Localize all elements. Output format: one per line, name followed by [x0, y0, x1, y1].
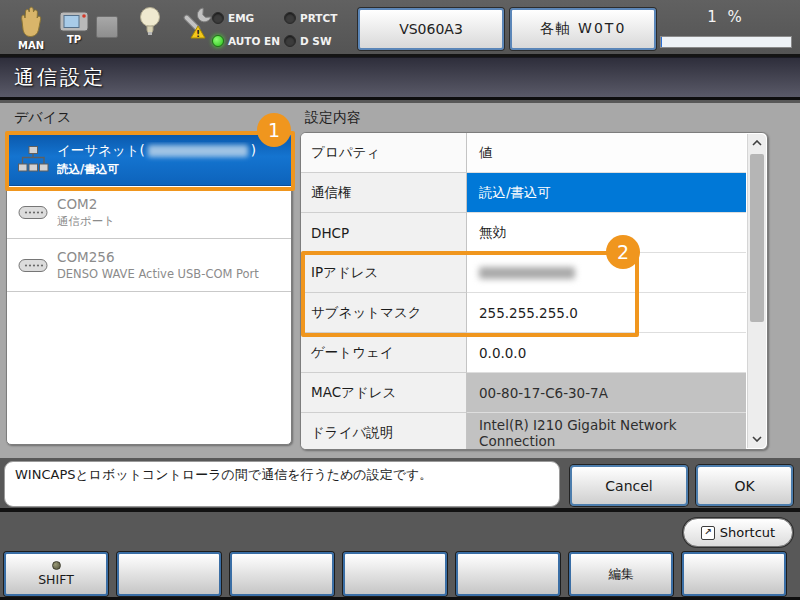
- function-key-5[interactable]: [456, 552, 560, 596]
- scrollbar-thumb[interactable]: [750, 154, 764, 322]
- manual-hand-icon: [14, 5, 48, 45]
- shortcut-window-icon: ↗: [701, 526, 715, 540]
- scroll-up-arrow-icon[interactable]: [748, 134, 766, 152]
- device-item-text: COM2通信ポート: [57, 196, 115, 229]
- shift-led-dot: [52, 561, 61, 570]
- device-item-text: イーサネット()読込/書込可: [57, 142, 256, 177]
- footer-bar: WINCAPSとロボットコントローラの間で通信を行うための設定です。 Cance…: [0, 458, 800, 512]
- function-key-area: ↗ Shortcut SHIFT編集: [0, 512, 800, 600]
- value-cell: [467, 253, 746, 293]
- value-cell: 読込/書込可: [467, 173, 746, 213]
- stop-square-icon[interactable]: [96, 16, 118, 38]
- status-led-prtct: PRTCT: [284, 8, 356, 28]
- status-led-d-sw: D SW: [284, 31, 356, 51]
- page-title: 通信設定: [14, 64, 106, 91]
- ok-button[interactable]: OK: [696, 465, 793, 506]
- table-row[interactable]: IPアドレス: [301, 253, 746, 293]
- device-panel-heading: デバイス: [14, 109, 71, 127]
- manual-mode-button[interactable]: MAN: [14, 5, 48, 51]
- maintenance-wrench-icon: !: [178, 6, 214, 48]
- value-column-header: 値: [467, 133, 746, 173]
- property-cell: サブネットマスク: [301, 293, 467, 333]
- device-item-1[interactable]: イーサネット()読込/書込可: [7, 133, 291, 186]
- device-item-2[interactable]: COM2通信ポート: [7, 186, 291, 239]
- function-key-row: SHIFT編集: [4, 552, 786, 596]
- redacted-ip-text: [148, 145, 248, 157]
- speed-progress-bar: [660, 36, 792, 48]
- lamp-icon: [138, 5, 162, 43]
- device-item-subtitle: DENSO WAVE Active USB-COM Port: [57, 267, 259, 281]
- property-cell: 通信権: [301, 173, 467, 213]
- device-item-subtitle: 読込/書込可: [57, 162, 256, 177]
- function-key-4[interactable]: [343, 552, 447, 596]
- status-led-auto-en: AUTO EN: [212, 31, 284, 51]
- led-dot: [212, 35, 224, 47]
- settings-panel-heading: 設定内容: [305, 109, 361, 127]
- teach-pendant-screen: MAN TP: [0, 0, 800, 600]
- device-item-title: COM2: [57, 196, 115, 212]
- maintenance-button[interactable]: !: [178, 6, 214, 48]
- led-dot: [212, 12, 224, 24]
- scrollbar-track[interactable]: [748, 152, 766, 430]
- value-cell: 255.255.255.0: [467, 293, 746, 333]
- teach-pendant-label: TP: [67, 34, 81, 45]
- redacted-value: [479, 267, 575, 279]
- shortcut-label: Shortcut: [720, 525, 775, 540]
- table-row[interactable]: DHCP無効: [301, 213, 746, 253]
- table-header-row: プロパティ 値: [301, 133, 746, 173]
- description-text: WINCAPSとロボットコントローラの間で通信を行うための設定です。: [4, 461, 560, 507]
- function-key-label: SHIFT: [38, 572, 74, 587]
- led-label: D SW: [300, 35, 332, 47]
- serial-port-icon: [13, 258, 53, 273]
- device-item-3[interactable]: COM256DENSO WAVE Active USB-COM Port: [7, 239, 291, 292]
- value-cell: 0.0.0.0: [467, 333, 746, 373]
- function-key-1[interactable]: SHIFT: [4, 552, 108, 596]
- function-key-label: 編集: [609, 566, 634, 583]
- settings-table: プロパティ 値 通信権読込/書込可DHCP無効IPアドレスサブネットマスク255…: [301, 133, 746, 449]
- table-scrollbar[interactable]: [747, 134, 766, 448]
- serial-port-icon: [13, 205, 53, 220]
- property-cell: ゲートウェイ: [301, 333, 467, 373]
- value-cell: 00-80-17-C6-30-7A: [467, 373, 746, 413]
- shortcut-button[interactable]: ↗ Shortcut: [683, 518, 793, 547]
- status-led-emg: EMG: [212, 8, 284, 28]
- cancel-button[interactable]: Cancel: [570, 465, 688, 506]
- table-row[interactable]: 通信権読込/書込可: [301, 173, 746, 213]
- property-cell: MACアドレス: [301, 373, 467, 413]
- led-dot: [284, 35, 296, 47]
- value-cell: 無効: [467, 213, 746, 253]
- table-row[interactable]: サブネットマスク255.255.255.0: [301, 293, 746, 333]
- table-row[interactable]: ゲートウェイ0.0.0.0: [301, 333, 746, 373]
- top-toolbar: MAN TP: [0, 0, 800, 57]
- function-key-3[interactable]: [230, 552, 334, 596]
- table-row[interactable]: MACアドレス00-80-17-C6-30-7A: [301, 373, 746, 413]
- function-key-7[interactable]: [682, 552, 786, 596]
- coordinate-mode-button[interactable]: 各軸 W0T0: [510, 8, 656, 50]
- svg-text:!: !: [196, 29, 200, 39]
- property-cell: ドライバ説明: [301, 413, 467, 450]
- title-bar: 通信設定: [0, 57, 800, 100]
- led-label: AUTO EN: [228, 35, 280, 47]
- led-label: PRTCT: [300, 12, 337, 24]
- status-led-grid: EMGAUTO ENPRTCTD SW: [212, 8, 356, 51]
- value-cell: Intel(R) I210 Gigabit Network Connection: [467, 413, 746, 450]
- property-cell: IPアドレス: [301, 253, 467, 293]
- robot-type-button[interactable]: VS060A3: [358, 8, 504, 50]
- settings-table-body: 通信権読込/書込可DHCP無効IPアドレスサブネットマスク255.255.255…: [301, 173, 746, 450]
- led-label: EMG: [228, 12, 254, 24]
- table-row[interactable]: ドライバ説明Intel(R) I210 Gigabit Network Conn…: [301, 413, 746, 450]
- content-area: デバイス 設定内容 イーサネット()読込/書込可COM2通信ポートCOM256D…: [0, 103, 800, 458]
- device-list-panel: イーサネット()読込/書込可COM2通信ポートCOM256DENSO WAVE …: [6, 132, 292, 445]
- lamp-button[interactable]: [138, 5, 162, 43]
- scroll-down-arrow-icon[interactable]: [748, 430, 766, 448]
- device-list: イーサネット()読込/書込可COM2通信ポートCOM256DENSO WAVE …: [7, 133, 291, 292]
- settings-table-panel: プロパティ 値 通信権読込/書込可DHCP無効IPアドレスサブネットマスク255…: [300, 132, 768, 450]
- property-column-header: プロパティ: [301, 133, 467, 173]
- function-key-2[interactable]: [117, 552, 221, 596]
- device-item-subtitle: 通信ポート: [57, 214, 115, 229]
- device-item-title: イーサネット(): [57, 142, 256, 160]
- ethernet-icon: [13, 145, 53, 173]
- property-cell: DHCP: [301, 213, 467, 253]
- function-key-6[interactable]: 編集: [569, 552, 673, 596]
- teach-pendant-button[interactable]: TP: [58, 9, 90, 45]
